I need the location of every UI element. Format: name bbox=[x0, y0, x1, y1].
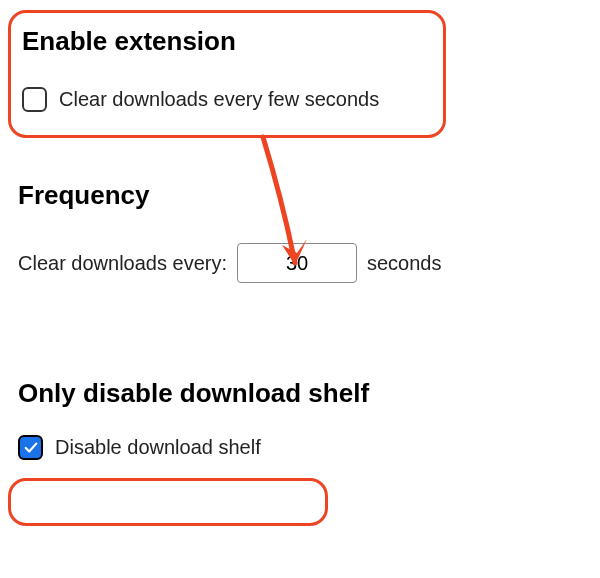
checkmark-icon bbox=[24, 441, 38, 455]
disable-shelf-checkbox-row: Disable download shelf bbox=[18, 435, 600, 460]
frequency-input[interactable] bbox=[237, 243, 357, 283]
disable-shelf-checkbox[interactable] bbox=[18, 435, 43, 460]
clear-downloads-label: Clear downloads every few seconds bbox=[59, 88, 379, 111]
frequency-prefix-label: Clear downloads every: bbox=[18, 252, 227, 275]
frequency-title: Frequency bbox=[18, 180, 600, 211]
enable-extension-section: Enable extension Clear downloads every f… bbox=[0, 0, 600, 112]
frequency-suffix-label: seconds bbox=[367, 252, 442, 275]
frequency-row: Clear downloads every: seconds bbox=[18, 243, 600, 283]
clear-downloads-checkbox-row: Clear downloads every few seconds bbox=[22, 87, 600, 112]
clear-downloads-checkbox[interactable] bbox=[22, 87, 47, 112]
disable-shelf-section: Only disable download shelf Disable down… bbox=[0, 378, 600, 460]
disable-shelf-title: Only disable download shelf bbox=[18, 378, 600, 409]
disable-shelf-label: Disable download shelf bbox=[55, 436, 261, 459]
annotation-highlight-shelf bbox=[8, 478, 328, 526]
frequency-section: Frequency Clear downloads every: seconds bbox=[0, 180, 600, 283]
enable-extension-title: Enable extension bbox=[22, 26, 600, 57]
